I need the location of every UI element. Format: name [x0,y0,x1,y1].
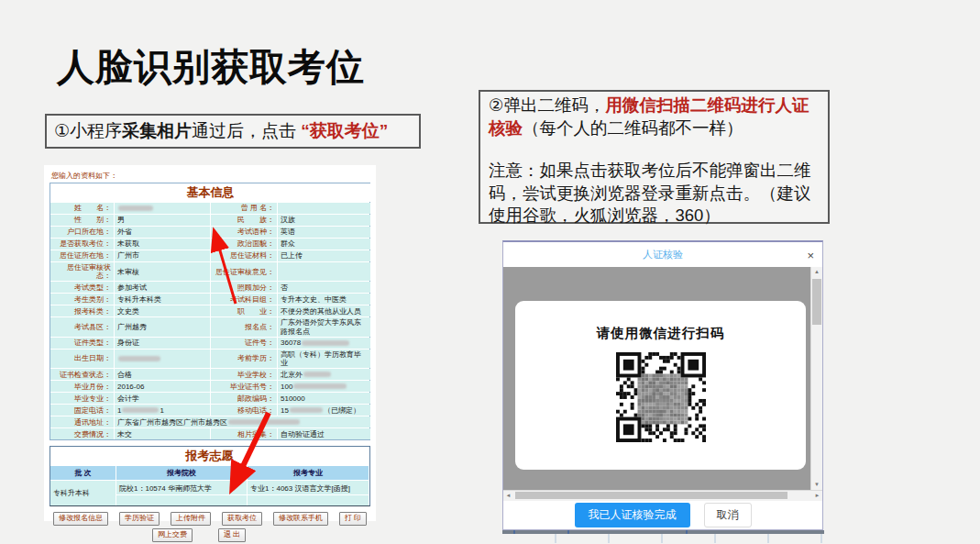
form-field-value: 男 [115,215,210,226]
form-field-label: 考试科目组： [211,294,277,305]
form-field-label: 移动电话： [211,405,277,416]
form-field-value: 未获取 [115,239,210,250]
vertical-scrollbar[interactable]: ▲ ▼ [810,267,822,490]
form-field-value: 11 [115,405,210,416]
form-field-value: 身份证 [115,338,210,349]
form-field-label: 固定电话： [50,405,114,416]
form-field-label: 姓 名： [50,203,114,214]
form-field-label: 证书检查状态： [50,369,114,380]
cancel-button[interactable]: 取消 [704,503,752,527]
form-field-value: 高职（专科）学历教育毕业 [278,350,370,368]
get-exam-seat-button[interactable]: 获取考位 [222,512,262,526]
dialog-content-area: 请使用微信进行扫码 ▲ ▼ [503,267,822,490]
page-title: 人脸识别获取考位 [57,42,365,93]
form-field-label: 考生类别： [50,294,114,305]
form-field-value: 否 [278,282,370,293]
credential-verification-button[interactable]: 学历验证 [119,512,160,526]
step1-highlight: “获取考位” [301,121,388,140]
step2-paren: （每个人的二维码都不一样） [523,118,743,138]
form-field-label: 居住证材料： [211,250,277,261]
print-button[interactable]: 打 印 [339,512,367,526]
horizontal-scroll-thumb[interactable] [515,492,787,499]
form-field-value: 不便分类的其他从业人员 [278,305,370,316]
horizontal-scrollbar[interactable]: ◄ ► [503,490,822,501]
volunteer-college-cell: 院校1：10574 华南师范大学 [116,481,247,494]
form-field-label: 毕业证书号： [211,381,277,392]
form-field-value: 未交 [115,428,210,439]
dialog-title-bar: 人证核验 × [503,242,822,267]
redacted-value [293,383,347,389]
step2-line1: ②弹出二维码，用微信扫描二维码进行人证核验（每个人的二维码都不一样） [489,94,820,139]
form-field-label: 报考科类： [50,305,114,316]
scroll-right-icon[interactable]: ► [812,491,822,501]
form-field-label: 通讯地址： [50,416,114,427]
vertical-scroll-thumb[interactable] [812,279,821,325]
basic-info-table: 基本信息 姓 名：曾 用 名：性 别：男民 族：汉族户口所在地：外省考试语种：英… [50,183,370,440]
form-buttons-row2: 网上交费退 出 [39,528,359,542]
form-field-value: 已上传 [278,250,370,261]
step2-note: 注意：如果点击获取考位后不能弹窗出二维码，尝试更换浏览器登录重新点击。（建议使用… [489,160,820,228]
form-field-label: 考试类型： [50,282,114,293]
dialog-footer: 我已人证核验完成 取消 [503,501,822,529]
form-field-value: 会计学 [115,393,210,404]
form-field-label: 证件类型： [50,338,114,349]
slide-canvas: 人脸识别获取考位 ①小程序采集相片通过后，点击 “获取考位” ②弹出二维码，用微… [0,0,980,544]
redacted-value [302,340,349,346]
modify-registration-info-button[interactable]: 修改报名信息 [53,512,108,526]
volunteer-column-header: 报考院校 [116,466,247,480]
close-icon[interactable]: × [807,249,814,261]
form-field-label: 是否获取考位： [50,239,114,250]
form-field-value: 文史类 [115,305,210,316]
redacted-value [303,372,331,377]
redacted-value [122,407,159,413]
form-field-value: 北京外 [278,369,370,380]
form-field-value: 2016-06 [115,381,210,392]
form-field-label: 考试县区： [50,317,114,336]
form-field-value: 外省 [115,227,210,238]
modify-contact-phone-button[interactable]: 修改联系手机 [273,512,328,526]
step1-prefix: ①小程序 [54,121,122,140]
dialog-title: 人证核验 [643,248,683,261]
volunteer-column-header: 报考专业 [248,466,369,480]
form-field-value: 专升本文史、中医类 [278,294,370,305]
form-field-label: 居住证审核状态： [50,262,114,281]
form-field-value: 广州越秀 [115,317,210,336]
form-field-label: 相片采集： [211,428,277,439]
form-field-value [278,262,370,281]
form-field-value: 参加考试 [115,282,210,293]
exit-button[interactable]: 退 出 [218,528,246,542]
form-field-value [115,203,210,214]
form-field-value: 未审核 [115,262,210,281]
redacted-value [290,407,323,413]
scan-instruction: 请使用微信进行扫码 [515,325,806,342]
scroll-left-icon[interactable]: ◄ [503,491,513,501]
verification-complete-button[interactable]: 我已人证核验完成 [575,503,690,527]
scroll-down-icon[interactable]: ▼ [811,480,822,490]
form-field-label: 毕业学校： [211,369,277,380]
form-field-value [278,203,370,214]
form-field-value: 36078 [278,338,370,349]
step1-bold-text: 采集相片 [122,121,192,140]
form-field-value [115,350,210,368]
form-field-label: 毕业月份： [50,381,114,392]
registration-form-screenshot: 您输入的资料如下： 基本信息 姓 名：曾 用 名：性 别：男民 族：汉族户口所在… [44,165,376,521]
verification-dialog: 人证核验 × 请使用微信进行扫码 ▲ ▼ ◄ ► 我已人证核验完成 取消 [502,240,823,530]
step1-instruction-box: ①小程序采集相片通过后，点击 “获取考位” [45,114,421,149]
form-field-label: 性 别： [50,215,114,226]
basic-info-title: 基本信息 [50,183,370,202]
form-field-label: 邮政编码： [211,393,277,404]
form-intro-text: 您输入的资料如下： [51,171,370,181]
form-field-label: 出生日期： [50,350,114,368]
upload-attachment-button[interactable]: 上传附件 [171,512,211,526]
form-field-label: 曾 用 名： [211,203,277,214]
volunteer-batch-cell: 专科升本科 [50,481,116,505]
form-field-value: 群众 [278,239,370,250]
form-field-value: 广东外语外贸大学东风东路报名点 [278,317,370,336]
form-field-label: 居住证审核意见： [211,262,277,281]
form-field-label: 证件号： [211,338,277,349]
scroll-up-icon[interactable]: ▲ [811,267,822,277]
form-field-value: 专科升本科类 [115,294,210,305]
online-payment-button[interactable]: 网上交费 [152,528,193,542]
form-field-label: 职 业： [211,305,277,316]
form-field-value: 100 [278,381,370,392]
